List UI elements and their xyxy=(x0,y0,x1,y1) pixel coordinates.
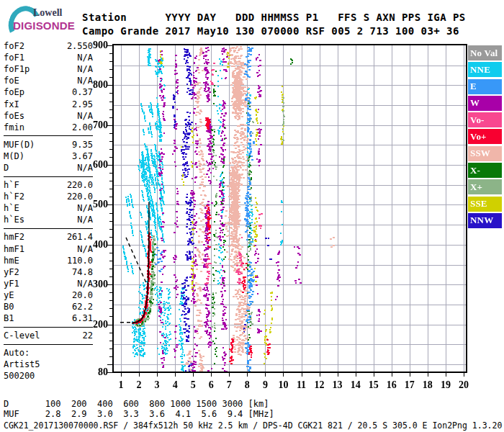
param-value: 220.0 xyxy=(67,180,93,190)
param-row: foEsN/A xyxy=(4,110,93,122)
param-label: yE xyxy=(4,290,14,300)
autoscaling-info-text: Auto: xyxy=(4,348,30,358)
x-tick-label: 16 xyxy=(382,379,401,391)
param-label: foEs xyxy=(4,111,24,121)
param-row: foEN/A xyxy=(4,75,93,86)
autoscaling-info-row: Artist5 xyxy=(4,359,93,370)
param-row: foEp0.37 xyxy=(4,86,93,98)
param-label: foEp xyxy=(4,87,24,97)
param-row: M(D)3.67 xyxy=(4,150,93,162)
y-tick-label: 700 xyxy=(89,120,108,131)
legend-item-nne: NNE xyxy=(468,62,502,77)
x-tick-label: 10 xyxy=(274,379,292,391)
legend-item-e: E xyxy=(468,79,502,94)
param-label: foF1 xyxy=(4,53,24,63)
legend-label: E xyxy=(470,81,477,92)
legend-item-w: W xyxy=(468,96,502,111)
param-row: hmF2261.4 xyxy=(4,231,93,243)
autoscaling-info-row: Auto: xyxy=(4,347,93,359)
param-row: hmF1N/A xyxy=(4,243,93,255)
legend-item-x-: X- xyxy=(468,163,502,178)
legend-label: NNE xyxy=(470,64,490,76)
param-row: hmE110.0 xyxy=(4,255,93,266)
x-tick-label: 4 xyxy=(166,379,184,391)
param-label: D xyxy=(4,163,9,173)
param-label: M(D) xyxy=(4,151,24,161)
header-field-names: Station YYYY DAY DDD HHMMSS P1 FFS S AXN… xyxy=(82,11,466,24)
legend-label: No Val xyxy=(470,48,498,59)
distance-row: D 100 200 400 600 800 1000 1500 3000 [km… xyxy=(4,400,274,410)
param-row: C-level22 xyxy=(4,330,93,341)
param-row: B062.2 xyxy=(4,301,93,312)
x-tick-label: 20 xyxy=(454,379,473,391)
legend-label: Vo+ xyxy=(470,131,487,143)
param-value: 74.8 xyxy=(72,267,93,277)
x-tick-label: 12 xyxy=(310,379,329,391)
y-tick-label: 800 xyxy=(89,79,108,91)
x-tick-label: 18 xyxy=(418,379,437,391)
panel-divider xyxy=(4,327,93,328)
param-label: MUF(D) xyxy=(4,140,35,150)
file-info-footer: CGK21_2017130070000.RSF / 384fx512h 50 k… xyxy=(4,420,502,431)
param-row: yF1N/A xyxy=(4,278,93,289)
legend-label: X+ xyxy=(470,181,482,193)
y-tick-label: 500 xyxy=(89,199,108,210)
legend-label: X- xyxy=(470,165,480,176)
param-row: foF1N/A xyxy=(4,52,93,63)
legend-label: SSW xyxy=(470,148,490,159)
muf-distance-table: D 100 200 400 600 800 1000 1500 3000 [km… xyxy=(4,400,274,419)
legend-label: Vo- xyxy=(470,114,485,126)
x-tick-label: 7 xyxy=(220,379,238,391)
param-label: h`F xyxy=(4,180,19,190)
x-tick-label: 11 xyxy=(292,379,311,391)
param-row: B16.31 xyxy=(4,312,93,324)
lowell-digisonde-logo: Lowell DIGISONDE xyxy=(4,3,82,36)
x-tick-label: 14 xyxy=(346,379,365,391)
doppler-direction-legend: No ValNNEEWVo-Vo+SSWX-X+SSENNW xyxy=(468,45,503,230)
logo-digisonde-text: DIGISONDE xyxy=(13,19,75,32)
param-row: foF1pN/A xyxy=(4,63,93,75)
param-label: hmF1 xyxy=(4,244,24,254)
param-value: 22 xyxy=(83,330,93,341)
autoscaling-info-text: 500200 xyxy=(4,371,35,381)
x-tick-label: 9 xyxy=(256,379,274,391)
y-tick-label: 300 xyxy=(89,279,108,290)
x-tick-label: 8 xyxy=(238,379,256,391)
legend-label: W xyxy=(470,97,480,109)
param-label: C-level xyxy=(4,330,40,341)
param-row: fmin2.00 xyxy=(4,122,93,133)
param-label: hmF2 xyxy=(4,232,24,242)
param-row: h`EN/A xyxy=(4,202,93,214)
autoscaling-info-row: 500200 xyxy=(4,370,93,382)
y-tick-label: 80 xyxy=(89,366,108,378)
x-tick-label: 1 xyxy=(112,379,130,391)
param-label: h`E xyxy=(4,203,19,213)
x-tick-label: 19 xyxy=(436,379,455,391)
x-tick-label: 2 xyxy=(130,379,148,391)
param-label: foE xyxy=(4,76,19,86)
param-row: foF22.550 xyxy=(4,40,93,52)
param-row: yE20.0 xyxy=(4,289,93,301)
param-label: foF1p xyxy=(4,64,30,74)
param-value: 62.2 xyxy=(72,302,93,312)
panel-divider xyxy=(4,176,93,177)
x-tick-label: 3 xyxy=(148,379,166,391)
param-label: foF2 xyxy=(4,41,24,51)
param-row: h`F2220.0 xyxy=(4,191,93,202)
param-label: h`Es xyxy=(4,215,24,225)
param-label: yF1 xyxy=(4,279,19,289)
x-tick-label: 13 xyxy=(328,379,347,391)
x-tick-label: 15 xyxy=(364,379,383,391)
panel-divider xyxy=(4,228,93,229)
param-value: 9.35 xyxy=(72,140,93,150)
y-tick-label: 200 xyxy=(89,319,108,330)
legend-item-vo+: Vo+ xyxy=(468,129,502,144)
legend-label: SSE xyxy=(470,198,487,210)
param-label: fmin xyxy=(4,122,24,132)
param-label: B1 xyxy=(4,313,14,323)
panel-divider xyxy=(4,344,93,345)
param-row: MUF(D)9.35 xyxy=(4,139,93,150)
y-tick-label: 900 xyxy=(89,40,108,51)
logo-lowell-text: Lowell xyxy=(33,7,62,19)
x-tick-label: 5 xyxy=(184,379,202,391)
